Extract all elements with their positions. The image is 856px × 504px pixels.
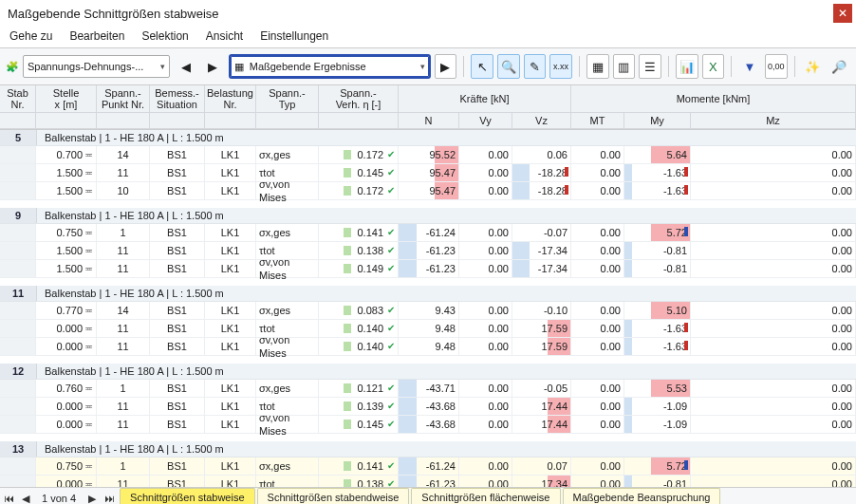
- sheet-tab-stabendweise[interactable]: Schnittgrößen stabendweise: [257, 488, 410, 504]
- table-row[interactable]: 0.750 ≖1BS1LK1σx,ges0.141✔-61.240.000.07…: [0, 457, 856, 476]
- cell-vy: 0.00: [459, 182, 512, 199]
- page-first-button[interactable]: ⏮: [0, 493, 17, 504]
- play-button[interactable]: ▶: [435, 54, 457, 79]
- decimals-button[interactable]: 0,00: [765, 54, 788, 79]
- table-row[interactable]: 0.770 ≖14BS1LK1σx,ges0.083✔9.430.00-0.10…: [0, 302, 856, 320]
- next-button[interactable]: ▶: [200, 54, 225, 79]
- excel-button[interactable]: X: [702, 54, 725, 79]
- cell-vy: 0.00: [459, 476, 512, 487]
- combo-result-type[interactable]: ▦ Maßgebende Ergebnisse ▾: [229, 54, 431, 79]
- cell-mt: 0.00: [571, 338, 624, 355]
- group-row[interactable]: 9Balkenstab | 1 - HE 180 A | L : 1.500 m: [0, 208, 856, 224]
- table-row[interactable]: 0.700 ≖14BS1LK1σx,ges0.172✔95.520.000.06…: [0, 146, 856, 164]
- triangle-right-icon: ▶: [208, 60, 217, 74]
- col-momente-group: Momente [kNm]: [571, 85, 856, 113]
- precision-button[interactable]: x.xx: [549, 54, 572, 79]
- table-row[interactable]: 1.500 ≖11BS1LK1τtot0.138✔-61.230.00-17.3…: [0, 242, 856, 260]
- table-row[interactable]: 1.500 ≖10BS1LK1σv,von Mises0.172✔95.470.…: [0, 182, 856, 200]
- cell-mz: 0.00: [691, 224, 856, 241]
- table-row[interactable]: 0.000 ≖11BS1LK1σv,von Mises0.145✔-43.680…: [0, 416, 856, 434]
- grid-b-button[interactable]: ▥: [613, 54, 636, 79]
- col-vz[interactable]: Vz: [512, 113, 571, 129]
- col-mz[interactable]: Mz: [691, 113, 856, 129]
- search-button[interactable]: 🔎: [828, 54, 850, 79]
- cell-stelle: 0.000 ≖: [36, 320, 97, 337]
- page-prev-button[interactable]: ◀: [17, 493, 34, 505]
- cell-vz: 0.07: [512, 457, 571, 475]
- menu-selektion[interactable]: Selektion: [141, 29, 188, 43]
- col-stab-nr[interactable]: Stab Nr.: [0, 85, 36, 113]
- col-my[interactable]: My: [624, 113, 691, 129]
- table-header: Stab Nr. Stelle x [m] Spann.- Punkt Nr. …: [0, 85, 856, 130]
- group-row[interactable]: 5Balkenstab | 1 - HE 180 A | L : 1.500 m: [0, 130, 856, 146]
- sheet-tab-flaechenweise[interactable]: Schnittgrößen flächenweise: [411, 488, 560, 504]
- menu-bearbeiten[interactable]: Bearbeiten: [69, 29, 124, 43]
- group-nr: 5: [0, 130, 37, 145]
- group-row[interactable]: 11Balkenstab | 1 - HE 180 A | L : 1.500 …: [0, 286, 856, 302]
- cell-eta: 0.149✔: [319, 260, 399, 277]
- cell-nr: [0, 302, 36, 319]
- cell-vz: 0.06: [512, 146, 571, 163]
- table-row[interactable]: 0.000 ≖11BS1LK1τtot0.138✔-61.230.0017.34…: [0, 476, 856, 487]
- combo-view-type-label: Spannungs-Dehnungs-...: [28, 61, 155, 72]
- filter-button[interactable]: ▼: [738, 54, 761, 79]
- table-row[interactable]: 0.750 ≖1BS1LK1σx,ges0.141✔-61.240.00-0.0…: [0, 224, 856, 242]
- pick-button[interactable]: ✨: [802, 54, 825, 79]
- table-row[interactable]: 0.000 ≖11BS1LK1τtot0.139✔-43.680.0017.44…: [0, 398, 856, 416]
- cell-stelle: 0.000 ≖: [36, 338, 97, 355]
- cell-belast: LK1: [205, 164, 256, 181]
- cell-mz: 0.00: [691, 476, 856, 487]
- prev-button[interactable]: ◀: [174, 54, 198, 79]
- cell-mz: 0.00: [691, 302, 856, 319]
- group-row[interactable]: 13Balkenstab | 1 - HE 180 A | L : 1.500 …: [0, 441, 856, 457]
- separator: [463, 56, 464, 77]
- cell-vy: 0.00: [459, 338, 512, 355]
- check-icon: ✔: [387, 166, 395, 179]
- col-bemess[interactable]: Bemess.- Situation: [150, 85, 205, 113]
- cell-belast: LK1: [205, 224, 256, 241]
- cell-mt: 0.00: [571, 476, 624, 487]
- table-icon: ▦: [234, 61, 244, 73]
- xxx-icon: x.xx: [553, 62, 568, 71]
- combo-view-type[interactable]: Spannungs-Dehnungs-... ▾: [23, 55, 170, 78]
- table-row[interactable]: 0.000 ≖11BS1LK1τtot0.140✔9.480.0017.590.…: [0, 320, 856, 338]
- sheet-tab-beanspruchung[interactable]: Maßgebende Beanspruchung: [563, 488, 721, 504]
- menu-bar: Gehe zu Bearbeiten Selektion Ansicht Ein…: [0, 27, 856, 48]
- group-row[interactable]: 12Balkenstab | 1 - HE 180 A | L : 1.500 …: [0, 364, 856, 380]
- chart-icon: 📊: [679, 60, 695, 74]
- cell-n: -61.24: [399, 224, 459, 241]
- table-row[interactable]: 1.500 ≖11BS1LK1τtot0.145✔95.470.00-18.28…: [0, 164, 856, 182]
- cell-mt: 0.00: [571, 416, 624, 433]
- page-last-button[interactable]: ⏭: [101, 493, 118, 504]
- col-spann-typ[interactable]: Spann.- Typ: [256, 85, 319, 113]
- cell-vz: -0.05: [512, 380, 571, 397]
- select-element-button[interactable]: ↖: [471, 54, 493, 79]
- page-next-button[interactable]: ▶: [84, 493, 101, 505]
- col-spann-punkt[interactable]: Spann.- Punkt Nr.: [97, 85, 150, 113]
- chart-button[interactable]: 📊: [676, 54, 698, 79]
- table-row[interactable]: 1.500 ≖11BS1LK1σv,von Mises0.149✔-61.230…: [0, 260, 856, 278]
- col-mt[interactable]: MT: [571, 113, 624, 129]
- cell-spann-typ: σv,von Mises: [256, 338, 319, 355]
- table-row[interactable]: 0.000 ≖11BS1LK1σv,von Mises0.140✔9.480.0…: [0, 338, 856, 356]
- col-stelle[interactable]: Stelle x [m]: [36, 85, 97, 113]
- col-spann-verh[interactable]: Spann.- Verh. η [-]: [319, 85, 399, 113]
- cell-mt: 0.00: [571, 398, 624, 415]
- grid-a-button[interactable]: ▦: [586, 54, 609, 79]
- col-vy[interactable]: Vy: [459, 113, 512, 129]
- menu-ansicht[interactable]: Ansicht: [206, 29, 243, 43]
- table-body[interactable]: 5Balkenstab | 1 - HE 180 A | L : 1.500 m…: [0, 130, 856, 487]
- cell-vy: 0.00: [459, 320, 512, 337]
- cell-vz: 17.44: [512, 398, 571, 415]
- annotate-button[interactable]: ✎: [524, 54, 547, 79]
- grid-c-button[interactable]: ☰: [639, 54, 661, 79]
- col-belast[interactable]: Belastung Nr.: [205, 85, 256, 113]
- zoom-selection-button[interactable]: 🔍: [497, 54, 520, 79]
- cell-mz: 0.00: [691, 260, 856, 277]
- sheet-tab-stabweise[interactable]: Schnittgrößen stabweise: [120, 488, 254, 504]
- col-n[interactable]: N: [399, 113, 459, 129]
- table-row[interactable]: 0.760 ≖1BS1LK1σx,ges0.121✔-43.710.00-0.0…: [0, 380, 856, 398]
- menu-einstellungen[interactable]: Einstellungen: [260, 29, 328, 43]
- close-button[interactable]: ✕: [833, 4, 852, 23]
- menu-gehe-zu[interactable]: Gehe zu: [9, 29, 52, 43]
